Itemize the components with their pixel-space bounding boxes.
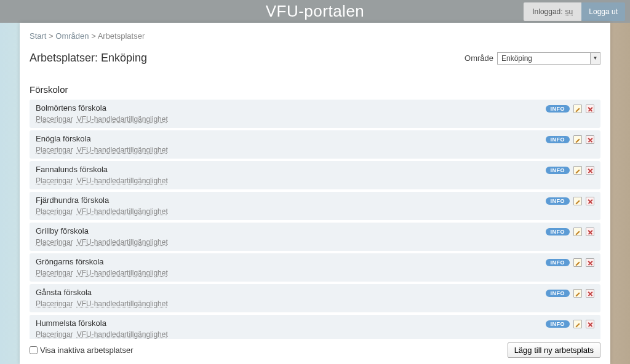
item-left: Fjärdhundra förskolaPlaceringarVFU-handl…	[36, 196, 172, 216]
delete-icon[interactable]	[586, 228, 594, 236]
placements-link[interactable]: Placeringar	[36, 269, 73, 277]
info-badge[interactable]: INFO	[546, 228, 570, 235]
placements-link[interactable]: Placeringar	[36, 238, 73, 247]
edit-icon[interactable]	[573, 197, 582, 205]
item-actions: INFO	[546, 165, 595, 175]
placements-link[interactable]: Placeringar	[36, 115, 73, 124]
item-actions: INFO	[546, 257, 595, 267]
workplace-item: Gånsta förskolaPlaceringarVFU-handledart…	[30, 284, 600, 312]
workplace-name: Bolmörtens förskola	[36, 103, 172, 113]
placements-link[interactable]: Placeringar	[36, 207, 73, 216]
workplace-name: Fjärdhundra förskola	[36, 196, 172, 205]
add-workplace-button[interactable]: Lägg till ny arbetsplats	[508, 342, 600, 358]
item-left: Grillby förskolaPlaceringarVFU-handledar…	[36, 226, 172, 247]
section-heading: Förskolor	[30, 84, 600, 95]
item-left: Hummelsta förskolaPlaceringarVFU-handled…	[36, 318, 172, 339]
workplace-item: Grillby förskolaPlaceringarVFU-handledar…	[30, 223, 600, 251]
edit-icon[interactable]	[573, 320, 582, 328]
placements-link[interactable]: Placeringar	[36, 330, 73, 339]
info-badge[interactable]: INFO	[546, 105, 570, 113]
edit-icon[interactable]	[573, 166, 582, 175]
item-actions: INFO	[546, 134, 595, 144]
workplace-item: Gröngarns förskolaPlaceringarVFU-handled…	[30, 253, 600, 282]
info-badge[interactable]: INFO	[546, 197, 570, 205]
availability-link[interactable]: VFU-handledartillgänglighet	[77, 238, 168, 247]
availability-link[interactable]: VFU-handledartillgänglighet	[77, 269, 168, 277]
info-badge[interactable]: INFO	[546, 290, 570, 297]
placements-link[interactable]: Placeringar	[36, 146, 73, 154]
page-title: Arbetsplatser: Enköping	[30, 52, 147, 65]
logged-in-label: Inloggad:	[532, 7, 562, 16]
item-left: Bolmörtens förskolaPlaceringarVFU-handle…	[36, 103, 172, 124]
item-links: PlaceringarVFU-handledartillgänglighet	[36, 299, 172, 308]
workplace-item: Fannalunds förskolaPlaceringarVFU-handle…	[30, 161, 600, 189]
breadcrumb: Start > Områden > Arbetsplatser	[30, 31, 600, 41]
item-left: Enögla förskolaPlaceringarVFU-handledart…	[36, 134, 172, 154]
area-select-value[interactable]: Enköping	[497, 52, 591, 65]
main-panel: Start > Områden > Arbetsplatser Arbetspl…	[20, 23, 610, 364]
item-left: Gröngarns förskolaPlaceringarVFU-handled…	[36, 257, 172, 277]
show-inactive-label: Visa inaktiva arbetsplatser	[40, 346, 134, 355]
header-right: Inloggad: su Logga ut	[524, 0, 630, 23]
workplace-name: Gröngarns förskola	[36, 257, 172, 266]
area-select[interactable]: Enköping ▼	[497, 52, 600, 65]
logged-in-status: Inloggad: su	[524, 2, 581, 21]
user-link[interactable]: su	[565, 7, 573, 16]
edit-icon[interactable]	[573, 105, 582, 113]
edit-icon[interactable]	[573, 258, 582, 267]
workplace-item: Fjärdhundra förskolaPlaceringarVFU-handl…	[30, 192, 600, 220]
item-links: PlaceringarVFU-handledartillgänglighet	[36, 176, 172, 185]
delete-icon[interactable]	[586, 258, 594, 267]
workplace-name: Enögla förskola	[36, 134, 172, 143]
workplace-name: Fannalunds förskola	[36, 165, 172, 174]
placements-link[interactable]: Placeringar	[36, 176, 73, 185]
item-links: PlaceringarVFU-handledartillgänglighet	[36, 146, 172, 154]
availability-link[interactable]: VFU-handledartillgänglighet	[77, 176, 168, 185]
info-badge[interactable]: INFO	[546, 259, 570, 266]
availability-link[interactable]: VFU-handledartillgänglighet	[77, 330, 168, 339]
delete-icon[interactable]	[586, 166, 594, 175]
availability-link[interactable]: VFU-handledartillgänglighet	[77, 146, 168, 154]
show-inactive-row[interactable]: Visa inaktiva arbetsplatser	[30, 346, 134, 355]
info-badge[interactable]: INFO	[546, 167, 570, 174]
placements-link[interactable]: Placeringar	[36, 299, 73, 308]
item-left: Gånsta förskolaPlaceringarVFU-handledart…	[36, 288, 172, 308]
breadcrumb-areas[interactable]: Områden	[55, 31, 89, 41]
item-actions: INFO	[546, 196, 595, 205]
delete-icon[interactable]	[586, 197, 594, 205]
edit-icon[interactable]	[573, 289, 582, 298]
logout-button[interactable]: Logga ut	[581, 2, 625, 21]
item-actions: INFO	[546, 226, 595, 236]
area-filter: Område Enköping ▼	[465, 52, 600, 65]
show-inactive-checkbox[interactable]	[30, 346, 38, 354]
filter-label: Område	[465, 53, 493, 63]
availability-link[interactable]: VFU-handledartillgänglighet	[77, 299, 168, 308]
workplace-name: Gånsta förskola	[36, 288, 172, 297]
breadcrumb-sep: >	[91, 31, 96, 41]
delete-icon[interactable]	[586, 105, 594, 113]
breadcrumb-current: Arbetsplatser	[98, 31, 145, 41]
info-badge[interactable]: INFO	[546, 136, 570, 143]
footer-row: Visa inaktiva arbetsplatser Lägg till ny…	[30, 339, 600, 358]
app-title: VFU-portalen	[266, 2, 365, 21]
item-links: PlaceringarVFU-handledartillgänglighet	[36, 115, 172, 124]
breadcrumb-start[interactable]: Start	[30, 31, 46, 41]
item-links: PlaceringarVFU-handledartillgänglighet	[36, 269, 172, 277]
workplace-name: Hummelsta förskola	[36, 318, 172, 328]
availability-link[interactable]: VFU-handledartillgänglighet	[77, 207, 168, 216]
delete-icon[interactable]	[586, 320, 594, 328]
item-left: Fannalunds förskolaPlaceringarVFU-handle…	[36, 165, 172, 185]
app-header: VFU-portalen Inloggad: su Logga ut	[0, 0, 630, 23]
area-select-dropdown[interactable]: ▼	[591, 52, 600, 65]
info-badge[interactable]: INFO	[546, 320, 570, 328]
chevron-down-icon: ▼	[593, 55, 598, 61]
delete-icon[interactable]	[586, 289, 594, 298]
workplace-item: Enögla förskolaPlaceringarVFU-handledart…	[30, 130, 600, 159]
availability-link[interactable]: VFU-handledartillgänglighet	[77, 115, 168, 124]
delete-icon[interactable]	[586, 135, 594, 144]
item-links: PlaceringarVFU-handledartillgänglighet	[36, 330, 172, 339]
item-actions: INFO	[546, 288, 595, 298]
edit-icon[interactable]	[573, 135, 582, 144]
edit-icon[interactable]	[573, 228, 582, 236]
breadcrumb-sep: >	[49, 31, 54, 41]
